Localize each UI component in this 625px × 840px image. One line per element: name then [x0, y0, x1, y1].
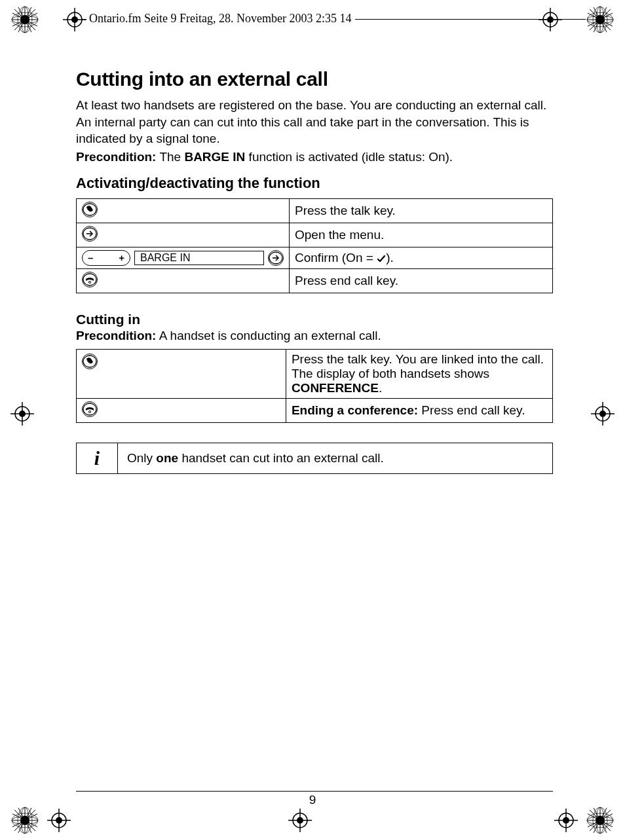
menu-right-icon [268, 250, 284, 266]
menu-item-label: BARGE IN [134, 251, 264, 265]
table-row: Open the menu. [77, 223, 553, 247]
page-title: Cutting into an external call [76, 68, 553, 90]
registration-mark-icon [63, 8, 86, 31]
intro-paragraph: At least two handsets are registered on … [76, 97, 553, 147]
table-row: Ending a conference: Press end call key. [77, 399, 553, 423]
crop-starburst-icon [586, 5, 615, 34]
volume-key-icon: – + [82, 250, 130, 266]
talk-key-icon [82, 354, 98, 369]
registration-mark-icon [591, 402, 615, 426]
crop-starburst-icon [10, 5, 39, 34]
precondition-label: Precondition: [76, 150, 156, 164]
instruction-text: Press the talk key. You are linked into … [286, 350, 552, 399]
instruction-text: Press end call key. [290, 268, 553, 293]
registration-mark-icon [10, 402, 34, 426]
page-content: Cutting into an external call At least t… [76, 68, 553, 474]
crop-starburst-icon [10, 806, 39, 835]
table-row: Press the talk key. [77, 198, 553, 223]
section-heading-cutting-in: Cutting in [76, 312, 553, 327]
footer-rule [76, 791, 553, 792]
registration-mark-icon [539, 8, 562, 31]
talk-key-icon [82, 202, 98, 217]
end-key-icon [82, 272, 98, 287]
instruction-text: Press the talk key. [290, 198, 553, 223]
table-row: Press the talk key. You are linked into … [77, 350, 553, 399]
instruction-text: Confirm (On = ). [290, 247, 553, 268]
registration-mark-icon [554, 809, 578, 832]
crop-starburst-icon [586, 806, 615, 835]
precondition-line-2: Precondition: A handset is conducting an… [76, 327, 553, 344]
precondition-line: Precondition: The BARGE IN function is a… [76, 149, 553, 166]
section-heading-activating: Activating/deactivating the function [76, 175, 553, 192]
registration-mark-icon [288, 809, 312, 832]
instruction-table-2: Press the talk key. You are linked into … [76, 349, 553, 423]
table-row: – + BARGE IN Confirm (On = ). [77, 247, 553, 268]
page-number: 9 [0, 793, 625, 807]
checkmark-icon [377, 255, 386, 263]
info-note: i Only one handset can cut into an exter… [76, 443, 553, 474]
instruction-table-1: Press the talk key. Open the menu. – + B… [76, 198, 553, 293]
menu-right-icon [82, 226, 98, 242]
running-head: Ontario.fm Seite 9 Freitag, 28. November… [86, 12, 355, 26]
info-icon: i [77, 443, 118, 473]
instruction-text: Ending a conference: Press end call key. [286, 399, 552, 423]
table-row: Press end call key. [77, 268, 553, 293]
info-text: Only one handset can cut into an externa… [118, 443, 552, 473]
end-key-icon [82, 401, 98, 417]
instruction-text: Open the menu. [290, 223, 553, 247]
registration-mark-icon [47, 809, 71, 832]
